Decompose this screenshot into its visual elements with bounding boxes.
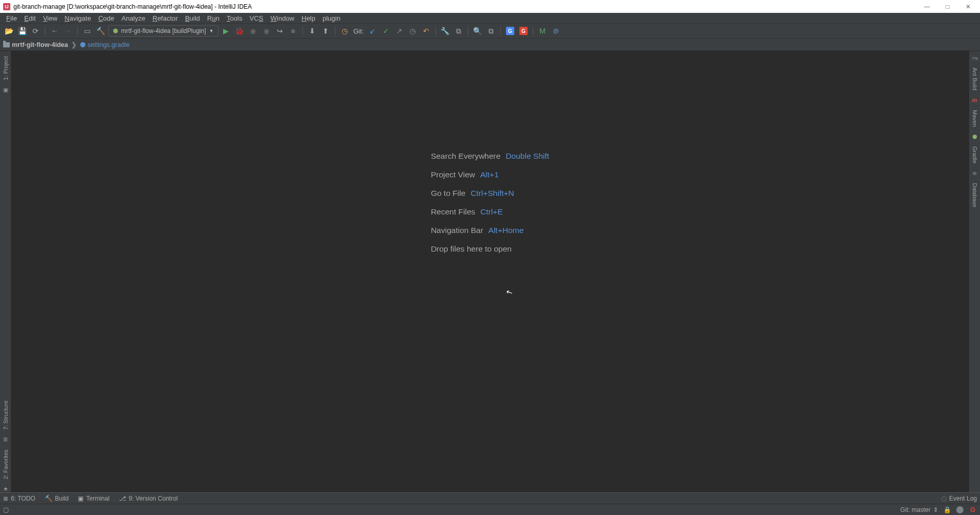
google-translate-icon[interactable]: G (504, 25, 516, 37)
menu-code[interactable]: Code (95, 14, 117, 22)
welcome-navbar-label: Navigation Bar (431, 226, 483, 235)
menu-analyze[interactable]: Analyze (119, 14, 148, 22)
navigation-bar[interactable]: mrtf-git-flow-4idea ❯ ⬢ settings.gradle (0, 39, 980, 51)
vcs-history-icon[interactable]: ◷ (339, 25, 350, 37)
select-config-icon[interactable]: ▭ (81, 25, 93, 37)
lock-icon[interactable]: 🔒 (943, 506, 951, 513)
sync-icon[interactable]: ⟳ (30, 25, 41, 37)
star-icon[interactable]: ★ (2, 485, 9, 492)
git-revert-icon[interactable]: ↶ (420, 25, 432, 37)
git-clock-icon[interactable]: ◷ (407, 25, 418, 37)
vcs-update-icon[interactable]: ⬇ (307, 25, 318, 37)
database-icon[interactable]: ≋ (971, 170, 978, 177)
hammer-build-icon[interactable]: 🔨 (95, 25, 106, 37)
branch-icon: ⎇ (119, 495, 126, 502)
menu-help[interactable]: Help (298, 14, 318, 22)
menu-edit[interactable]: Edit (21, 14, 39, 22)
run-icon[interactable]: ▶ (221, 25, 232, 37)
tool-version-control[interactable]: ⎇ 9: Version Control (119, 495, 178, 502)
chevron-right-icon: ❯ (71, 41, 77, 48)
menu-file[interactable]: File (3, 14, 20, 22)
status-git-label: Git: master (900, 506, 931, 513)
git-push-icon[interactable]: ↗ (394, 25, 405, 37)
stop-icon[interactable]: ■ (288, 25, 299, 37)
forward-icon[interactable]: → (62, 25, 74, 37)
back-icon[interactable]: ← (49, 25, 60, 37)
run-configuration-label: mrtf-git-flow-4idea [buildPlugin] (121, 27, 206, 35)
separator (500, 26, 501, 36)
google-status-icon[interactable]: G (969, 506, 977, 514)
breadcrumb-project[interactable]: mrtf-git-flow-4idea (3, 41, 68, 48)
welcome-search-key: Double Shift (505, 152, 549, 161)
folder-icon[interactable]: ▣ (2, 86, 9, 93)
minimize-button[interactable]: — (922, 3, 932, 10)
breadcrumb-file-label: settings.gradle (88, 41, 129, 48)
tool-terminal[interactable]: ▣ Terminal (78, 495, 109, 502)
tool-structure[interactable]: 7: Structure (2, 398, 10, 432)
project-structure-icon[interactable]: ⧉ (453, 25, 464, 37)
indicator-dot-icon[interactable] (956, 506, 964, 513)
welcome-drop-label: Drop files here to open (431, 244, 512, 254)
tool-database[interactable]: Database (971, 181, 979, 209)
status-bar: ▢ Git: master ⇕ 🔒 G (0, 504, 980, 515)
maximize-button[interactable]: □ (943, 3, 952, 10)
menu-plugin[interactable]: plugin (319, 14, 344, 22)
tool-todo[interactable]: ≣ 6: TODO (3, 495, 36, 502)
run-configuration-dropdown[interactable]: ⬢ mrtf-git-flow-4idea [buildPlugin] ▼ (108, 25, 218, 37)
attach-icon[interactable]: ↪ (274, 25, 285, 37)
menu-build[interactable]: Build (182, 14, 203, 22)
tool-antbuild[interactable]: Ant Build (971, 65, 979, 92)
git-commit-check-icon[interactable]: ✓ (380, 25, 392, 37)
git-pull-icon[interactable]: ↙ (367, 25, 378, 37)
separator (468, 26, 468, 36)
tool-project[interactable]: 1: Project (2, 54, 10, 82)
menu-view[interactable]: View (40, 14, 60, 22)
close-button[interactable]: ✕ (964, 3, 973, 10)
cancel-circle-icon[interactable]: ⊘ (550, 25, 562, 37)
gradle-icon[interactable]: ⬢ (971, 133, 978, 140)
ant-icon[interactable]: 🐜 (971, 54, 978, 61)
menu-tools[interactable]: Tools (224, 14, 245, 22)
title-bar: IJ git-branch-manage [D:\workspace\git-b… (0, 0, 980, 13)
open-icon[interactable]: 📂 (3, 25, 14, 37)
google-icon[interactable]: G (518, 25, 529, 37)
separator (302, 26, 303, 36)
separator (45, 26, 45, 36)
hammer-icon: 🔨 (45, 495, 53, 502)
menu-run[interactable]: Run (204, 14, 223, 22)
tool-event-log[interactable]: ◌ Event Log (941, 495, 977, 502)
terminal-icon: ▣ (78, 495, 83, 502)
profile-icon[interactable]: ◉ (261, 25, 272, 37)
separator (533, 26, 533, 36)
tool-favorites[interactable]: 2: Favorites (2, 447, 10, 481)
settings-icon[interactable]: 🔧 (440, 25, 451, 37)
tool-maven[interactable]: Maven (971, 108, 979, 129)
debug-icon[interactable]: 🐞 (234, 25, 245, 37)
welcome-recent-label: Recent Files (431, 207, 475, 217)
welcome-recent-key: Ctrl+E (480, 207, 503, 217)
menu-vcs[interactable]: VCS (246, 14, 266, 22)
menu-refactor[interactable]: Refactor (149, 14, 181, 22)
tool-build[interactable]: 🔨 Build (45, 495, 69, 502)
welcome-gotofile-key: Ctrl+Shift+N (470, 189, 514, 198)
status-git-branch[interactable]: Git: master ⇕ (900, 506, 938, 513)
breadcrumb-file[interactable]: ⬢ settings.gradle (80, 41, 129, 48)
tool-gradle[interactable]: Gradle (971, 144, 979, 165)
editor-empty-state[interactable]: Search Everywhere Double Shift Project V… (11, 51, 969, 492)
structure-icon[interactable]: ≣ (2, 436, 9, 443)
vcs-commit-icon[interactable]: ⬆ (320, 25, 331, 37)
coverage-icon[interactable]: ◉ (247, 25, 259, 37)
search-icon[interactable]: 🔍 (472, 25, 483, 37)
welcome-gotofile-label: Go to File (431, 189, 465, 198)
git-label: Git: (352, 27, 365, 35)
maven-icon[interactable]: m (971, 96, 978, 104)
menu-bar: File Edit View Navigate Code Analyze Ref… (0, 13, 980, 24)
bottom-tool-bar: ≣ 6: TODO 🔨 Build ▣ Terminal ⎇ 9: Versio… (0, 492, 980, 504)
set-icon[interactable]: ⧉ (485, 25, 497, 37)
markdown-icon[interactable]: M (537, 25, 548, 37)
gradle-icon: ⬢ (113, 27, 118, 35)
menu-navigate[interactable]: Navigate (61, 14, 94, 22)
window-restore-icon[interactable]: ▢ (3, 506, 9, 513)
save-icon[interactable]: 💾 (16, 25, 28, 37)
menu-window[interactable]: Window (267, 14, 297, 22)
